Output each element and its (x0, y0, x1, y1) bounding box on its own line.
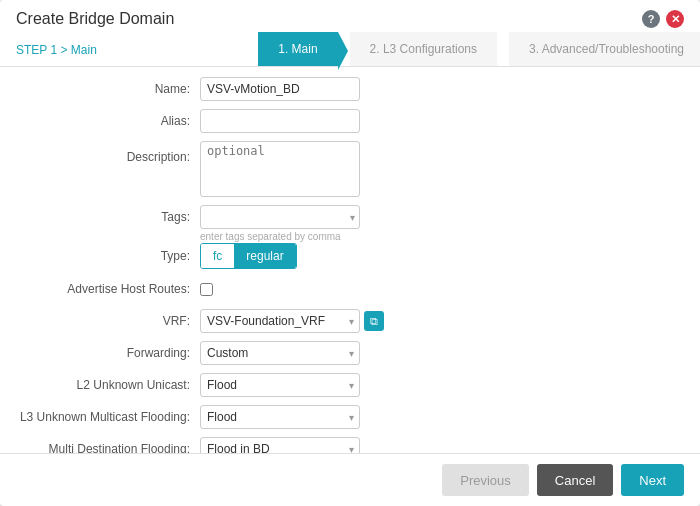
vrf-row: VRF: VSV-Foundation_VRF ▾ ⧉ (0, 309, 700, 333)
header-icons: ? ✕ (642, 10, 684, 28)
multi-dest-label: Multi Destination Flooding: (0, 437, 200, 453)
type-label: Type: (0, 244, 200, 268)
vrf-field-group: VSV-Foundation_VRF ▾ ⧉ (200, 309, 384, 333)
advertise-row: Advertise Host Routes: (0, 277, 700, 301)
alias-label: Alias: (0, 109, 200, 133)
modal-top-bar: Create Bridge Domain ? ✕ (0, 0, 700, 28)
name-label: Name: (0, 77, 200, 101)
type-regular-button[interactable]: regular (234, 244, 295, 268)
tags-placeholder: enter tags separated by comma (200, 231, 341, 242)
l2-unicast-select[interactable]: Flood Hardware Proxy (200, 373, 360, 397)
type-toggle: fc regular (200, 243, 297, 269)
forwarding-row: Forwarding: Custom Learn ▾ (0, 341, 700, 365)
tags-input-wrapper: ▾ enter tags separated by comma (200, 205, 360, 229)
vrf-label: VRF: (0, 309, 200, 333)
l3-multicast-row: L3 Unknown Multicast Flooding: Flood ▾ (0, 405, 700, 429)
vrf-select-wrapper: VSV-Foundation_VRF ▾ (200, 309, 360, 333)
description-row: Description: (0, 141, 700, 197)
name-row: Name: (0, 77, 700, 101)
forwarding-select-wrapper: Custom Learn ▾ (200, 341, 360, 365)
forwarding-label: Forwarding: (0, 341, 200, 365)
wizard-step-advanced[interactable]: 3. Advanced/Troubleshooting (509, 32, 700, 66)
vrf-select[interactable]: VSV-Foundation_VRF (200, 309, 360, 333)
l3-multicast-select-wrapper: Flood ▾ (200, 405, 360, 429)
wizard-step-main[interactable]: 1. Main (258, 32, 337, 66)
advertise-label: Advertise Host Routes: (0, 277, 200, 301)
wizard-steps: 1. Main 2. L3 Configurations 3. Advanced… (258, 32, 700, 66)
alias-input[interactable] (200, 109, 360, 133)
l3-multicast-label: L3 Unknown Multicast Flooding: (0, 405, 200, 429)
cancel-button[interactable]: Cancel (537, 464, 613, 496)
wizard-step-l3[interactable]: 2. L3 Configurations (350, 32, 497, 66)
close-button[interactable]: ✕ (666, 10, 684, 28)
name-input[interactable] (200, 77, 360, 101)
advertise-checkbox[interactable] (200, 283, 213, 296)
forwarding-select[interactable]: Custom Learn (200, 341, 360, 365)
l2-unicast-select-wrapper: Flood Hardware Proxy ▾ (200, 373, 360, 397)
l2-unicast-label: L2 Unknown Unicast: (0, 373, 200, 397)
l3-multicast-select[interactable]: Flood (200, 405, 360, 429)
type-row: Type: fc regular (0, 243, 700, 269)
tags-dropdown-icon[interactable]: ▾ (350, 212, 355, 223)
help-button[interactable]: ? (642, 10, 660, 28)
l2-unicast-row: L2 Unknown Unicast: Flood Hardware Proxy… (0, 373, 700, 397)
tags-row: Tags: ▾ enter tags separated by comma (0, 205, 700, 229)
wizard-step-advanced-label: 3. Advanced/Troubleshooting (529, 42, 684, 56)
multi-dest-row: Multi Destination Flooding: Flood in BD … (0, 437, 700, 453)
modal-title: Create Bridge Domain (16, 10, 174, 28)
multi-dest-select-wrapper: Flood in BD Drop Encap Flood ▾ (200, 437, 360, 453)
multi-dest-select[interactable]: Flood in BD Drop Encap Flood (200, 437, 360, 453)
description-label: Description: (0, 141, 200, 169)
breadcrumb: STEP 1 > Main (16, 43, 97, 57)
description-textarea[interactable] (200, 141, 360, 197)
tags-label: Tags: (0, 205, 200, 229)
type-fc-button[interactable]: fc (201, 244, 234, 268)
next-button[interactable]: Next (621, 464, 684, 496)
create-bridge-domain-modal: Create Bridge Domain ? ✕ STEP 1 > Main 1… (0, 0, 700, 506)
vrf-copy-button[interactable]: ⧉ (364, 311, 384, 331)
wizard-step-l3-label: 2. L3 Configurations (370, 42, 477, 56)
alias-row: Alias: (0, 109, 700, 133)
modal-footer: Previous Cancel Next (0, 453, 700, 506)
previous-button[interactable]: Previous (442, 464, 529, 496)
wizard-step-main-label: 1. Main (278, 42, 317, 56)
